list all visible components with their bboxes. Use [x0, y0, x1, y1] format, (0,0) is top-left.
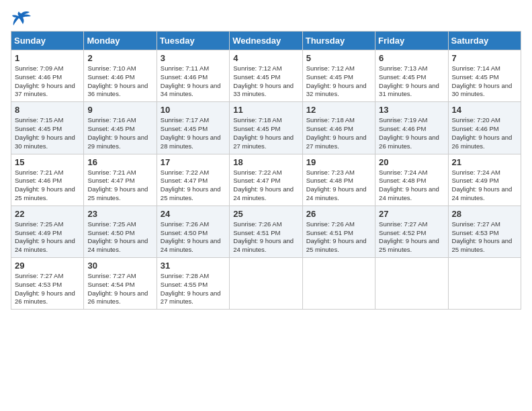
calendar-cell — [375, 258, 448, 310]
calendar-header-row: SundayMondayTuesdayWednesdayThursdayFrid… — [11, 32, 521, 50]
calendar-header-friday: Friday — [375, 32, 448, 50]
calendar-header-tuesday: Tuesday — [157, 32, 229, 50]
page-header — [11, 11, 521, 26]
calendar-cell: 22 Sunrise: 7:25 AMSunset: 4:49 PMDaylig… — [11, 205, 84, 257]
day-detail: Sunrise: 7:22 AMSunset: 4:47 PMDaylight:… — [233, 169, 294, 201]
day-detail: Sunrise: 7:27 AMSunset: 4:53 PMDaylight:… — [452, 220, 513, 253]
day-detail: Sunrise: 7:24 AMSunset: 4:48 PMDaylight:… — [379, 169, 439, 201]
calendar-cell: 14 Sunrise: 7:20 AMSunset: 4:46 PMDaylig… — [448, 102, 521, 154]
day-number: 15 — [15, 157, 80, 167]
day-detail: Sunrise: 7:25 AMSunset: 4:49 PMDaylight:… — [15, 220, 75, 253]
day-number: 27 — [379, 209, 444, 219]
calendar-cell: 21 Sunrise: 7:24 AMSunset: 4:49 PMDaylig… — [448, 154, 521, 205]
day-number: 14 — [452, 105, 517, 115]
day-number: 25 — [233, 209, 298, 219]
calendar-cell: 16 Sunrise: 7:21 AMSunset: 4:47 PMDaylig… — [84, 154, 157, 205]
calendar-cell: 13 Sunrise: 7:19 AMSunset: 4:46 PMDaylig… — [375, 102, 448, 154]
calendar-cell: 31 Sunrise: 7:28 AMSunset: 4:55 PMDaylig… — [157, 258, 229, 310]
day-detail: Sunrise: 7:26 AMSunset: 4:50 PMDaylight:… — [161, 220, 221, 253]
calendar-cell: 19 Sunrise: 7:23 AMSunset: 4:48 PMDaylig… — [302, 154, 375, 205]
calendar-cell: 11 Sunrise: 7:18 AMSunset: 4:45 PMDaylig… — [230, 102, 302, 154]
day-detail: Sunrise: 7:18 AMSunset: 4:46 PMDaylight:… — [306, 116, 367, 149]
day-detail: Sunrise: 7:15 AMSunset: 4:45 PMDaylight:… — [15, 116, 75, 149]
day-detail: Sunrise: 7:10 AMSunset: 4:46 PMDaylight:… — [87, 64, 148, 97]
day-detail: Sunrise: 7:12 AMSunset: 4:45 PMDaylight:… — [306, 64, 367, 97]
day-detail: Sunrise: 7:27 AMSunset: 4:53 PMDaylight:… — [15, 272, 75, 305]
logo — [11, 11, 31, 26]
calendar-header-saturday: Saturday — [448, 32, 521, 50]
day-number: 8 — [15, 105, 80, 115]
calendar-table: SundayMondayTuesdayWednesdayThursdayFrid… — [11, 31, 521, 310]
calendar-cell: 20 Sunrise: 7:24 AMSunset: 4:48 PMDaylig… — [375, 154, 448, 205]
day-detail: Sunrise: 7:19 AMSunset: 4:46 PMDaylight:… — [379, 116, 439, 149]
day-number: 5 — [306, 53, 371, 63]
calendar-cell: 3 Sunrise: 7:11 AMSunset: 4:46 PMDayligh… — [157, 50, 229, 102]
calendar-cell: 15 Sunrise: 7:21 AMSunset: 4:46 PMDaylig… — [11, 154, 84, 205]
day-detail: Sunrise: 7:28 AMSunset: 4:55 PMDaylight:… — [161, 272, 221, 305]
day-number: 17 — [161, 157, 226, 167]
calendar-cell: 28 Sunrise: 7:27 AMSunset: 4:53 PMDaylig… — [448, 205, 521, 257]
day-number: 13 — [379, 105, 444, 115]
calendar-cell: 7 Sunrise: 7:14 AMSunset: 4:45 PMDayligh… — [448, 50, 521, 102]
calendar-cell: 24 Sunrise: 7:26 AMSunset: 4:50 PMDaylig… — [157, 205, 229, 257]
calendar-cell — [230, 258, 302, 310]
calendar-cell: 17 Sunrise: 7:22 AMSunset: 4:47 PMDaylig… — [157, 154, 229, 205]
day-detail: Sunrise: 7:12 AMSunset: 4:45 PMDaylight:… — [233, 64, 294, 97]
calendar-cell: 25 Sunrise: 7:26 AMSunset: 4:51 PMDaylig… — [230, 205, 302, 257]
calendar-cell: 10 Sunrise: 7:17 AMSunset: 4:45 PMDaylig… — [157, 102, 229, 154]
day-number: 10 — [161, 105, 226, 115]
day-number: 19 — [306, 157, 371, 167]
day-number: 24 — [161, 209, 226, 219]
day-detail: Sunrise: 7:21 AMSunset: 4:46 PMDaylight:… — [15, 169, 75, 201]
calendar-header-wednesday: Wednesday — [230, 32, 302, 50]
day-number: 31 — [161, 261, 226, 271]
calendar-header-thursday: Thursday — [302, 32, 375, 50]
day-number: 4 — [233, 53, 298, 63]
day-detail: Sunrise: 7:18 AMSunset: 4:45 PMDaylight:… — [233, 116, 294, 149]
day-detail: Sunrise: 7:11 AMSunset: 4:46 PMDaylight:… — [161, 64, 221, 97]
day-number: 21 — [452, 157, 517, 167]
day-number: 28 — [452, 209, 517, 219]
calendar-cell: 5 Sunrise: 7:12 AMSunset: 4:45 PMDayligh… — [302, 50, 375, 102]
day-detail: Sunrise: 7:26 AMSunset: 4:51 PMDaylight:… — [233, 220, 294, 253]
day-detail: Sunrise: 7:16 AMSunset: 4:45 PMDaylight:… — [87, 116, 148, 149]
day-detail: Sunrise: 7:27 AMSunset: 4:52 PMDaylight:… — [379, 220, 439, 253]
calendar-cell: 6 Sunrise: 7:13 AMSunset: 4:45 PMDayligh… — [375, 50, 448, 102]
day-number: 3 — [161, 53, 226, 63]
day-number: 7 — [452, 53, 517, 63]
day-number: 6 — [379, 53, 444, 63]
day-number: 30 — [87, 261, 152, 271]
day-number: 2 — [87, 53, 152, 63]
calendar-cell: 1 Sunrise: 7:09 AMSunset: 4:46 PMDayligh… — [11, 50, 84, 102]
day-number: 16 — [87, 157, 152, 167]
calendar-cell: 26 Sunrise: 7:26 AMSunset: 4:51 PMDaylig… — [302, 205, 375, 257]
day-detail: Sunrise: 7:21 AMSunset: 4:47 PMDaylight:… — [87, 169, 148, 201]
day-detail: Sunrise: 7:17 AMSunset: 4:45 PMDaylight:… — [161, 116, 221, 149]
calendar-header-monday: Monday — [84, 32, 157, 50]
calendar-cell: 9 Sunrise: 7:16 AMSunset: 4:45 PMDayligh… — [84, 102, 157, 154]
day-number: 9 — [87, 105, 152, 115]
calendar-cell — [302, 258, 375, 310]
calendar-week-5: 29 Sunrise: 7:27 AMSunset: 4:53 PMDaylig… — [11, 258, 521, 310]
calendar-week-1: 1 Sunrise: 7:09 AMSunset: 4:46 PMDayligh… — [11, 50, 521, 102]
day-number: 23 — [87, 209, 152, 219]
calendar-cell: 23 Sunrise: 7:25 AMSunset: 4:50 PMDaylig… — [84, 205, 157, 257]
day-number: 18 — [233, 157, 298, 167]
day-number: 29 — [15, 261, 80, 271]
calendar-header-sunday: Sunday — [11, 32, 84, 50]
calendar-cell: 18 Sunrise: 7:22 AMSunset: 4:47 PMDaylig… — [230, 154, 302, 205]
logo-bird-icon — [12, 11, 31, 26]
calendar-cell: 30 Sunrise: 7:27 AMSunset: 4:54 PMDaylig… — [84, 258, 157, 310]
day-detail: Sunrise: 7:26 AMSunset: 4:51 PMDaylight:… — [306, 220, 367, 253]
day-detail: Sunrise: 7:14 AMSunset: 4:45 PMDaylight:… — [452, 64, 513, 97]
day-detail: Sunrise: 7:09 AMSunset: 4:46 PMDaylight:… — [15, 64, 75, 97]
calendar-cell: 8 Sunrise: 7:15 AMSunset: 4:45 PMDayligh… — [11, 102, 84, 154]
day-number: 26 — [306, 209, 371, 219]
calendar-cell — [448, 258, 521, 310]
day-detail: Sunrise: 7:20 AMSunset: 4:46 PMDaylight:… — [452, 116, 513, 149]
day-number: 20 — [379, 157, 444, 167]
calendar-week-2: 8 Sunrise: 7:15 AMSunset: 4:45 PMDayligh… — [11, 102, 521, 154]
day-detail: Sunrise: 7:24 AMSunset: 4:49 PMDaylight:… — [452, 169, 513, 201]
day-detail: Sunrise: 7:25 AMSunset: 4:50 PMDaylight:… — [87, 220, 148, 253]
day-detail: Sunrise: 7:27 AMSunset: 4:54 PMDaylight:… — [87, 272, 148, 305]
